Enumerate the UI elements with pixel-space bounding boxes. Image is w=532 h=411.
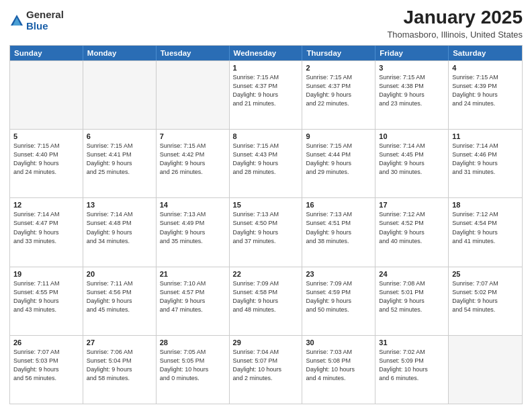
day-number: 8 bbox=[233, 132, 299, 140]
day-number: 18 bbox=[452, 201, 519, 209]
cal-cell: 29Sunrise: 7:04 AM Sunset: 5:07 PM Dayli… bbox=[230, 336, 303, 404]
cal-cell: 25Sunrise: 7:07 AM Sunset: 5:02 PM Dayli… bbox=[449, 267, 522, 335]
day-number: 1 bbox=[233, 64, 299, 72]
cal-cell: 9Sunrise: 7:15 AM Sunset: 4:44 PM Daylig… bbox=[302, 130, 375, 197]
calendar-body: 1Sunrise: 7:15 AM Sunset: 4:37 PM Daylig… bbox=[10, 60, 522, 404]
cal-cell: 27Sunrise: 7:06 AM Sunset: 5:04 PM Dayli… bbox=[83, 336, 157, 404]
cell-info: Sunrise: 7:04 AM Sunset: 5:07 PM Dayligh… bbox=[233, 348, 299, 383]
day-number: 22 bbox=[233, 270, 299, 278]
logo-general: General bbox=[26, 9, 64, 21]
logo-icon bbox=[9, 13, 24, 28]
day-number: 5 bbox=[13, 132, 79, 140]
day-number: 14 bbox=[160, 201, 226, 209]
cal-cell: 10Sunrise: 7:14 AM Sunset: 4:45 PM Dayli… bbox=[375, 130, 449, 197]
day-number: 30 bbox=[306, 338, 371, 347]
header-friday: Friday bbox=[375, 46, 449, 60]
cell-info: Sunrise: 7:11 AM Sunset: 4:55 PM Dayligh… bbox=[13, 279, 79, 314]
cal-cell: 19Sunrise: 7:11 AM Sunset: 4:55 PM Dayli… bbox=[10, 267, 83, 335]
cal-cell: 12Sunrise: 7:14 AM Sunset: 4:47 PM Dayli… bbox=[10, 198, 83, 266]
cell-info: Sunrise: 7:15 AM Sunset: 4:37 PM Dayligh… bbox=[233, 73, 299, 108]
cell-info: Sunrise: 7:11 AM Sunset: 4:56 PM Dayligh… bbox=[87, 279, 152, 314]
cell-info: Sunrise: 7:07 AM Sunset: 5:03 PM Dayligh… bbox=[13, 348, 79, 383]
logo: General Blue bbox=[9, 9, 64, 32]
cal-cell: 18Sunrise: 7:12 AM Sunset: 4:54 PM Dayli… bbox=[449, 198, 522, 266]
day-number: 3 bbox=[379, 64, 445, 72]
cell-info: Sunrise: 7:14 AM Sunset: 4:46 PM Dayligh… bbox=[452, 142, 519, 177]
subtitle: Thomasboro, Illinois, United States bbox=[387, 30, 523, 40]
cal-cell: 23Sunrise: 7:09 AM Sunset: 4:59 PM Dayli… bbox=[302, 267, 375, 335]
cal-cell: 11Sunrise: 7:14 AM Sunset: 4:46 PM Dayli… bbox=[449, 130, 522, 197]
day-number: 19 bbox=[13, 270, 79, 278]
cal-cell: 4Sunrise: 7:15 AM Sunset: 4:39 PM Daylig… bbox=[449, 61, 522, 129]
cell-info: Sunrise: 7:12 AM Sunset: 4:52 PM Dayligh… bbox=[379, 210, 445, 245]
logo-text: General Blue bbox=[26, 9, 64, 32]
day-number: 2 bbox=[306, 64, 371, 72]
day-number: 4 bbox=[452, 64, 519, 72]
day-number: 10 bbox=[379, 132, 445, 140]
header-saturday: Saturday bbox=[449, 46, 522, 60]
cell-info: Sunrise: 7:15 AM Sunset: 4:38 PM Dayligh… bbox=[379, 73, 445, 108]
cell-info: Sunrise: 7:15 AM Sunset: 4:44 PM Dayligh… bbox=[306, 142, 371, 177]
day-number: 29 bbox=[233, 338, 299, 347]
cell-info: Sunrise: 7:15 AM Sunset: 4:41 PM Dayligh… bbox=[87, 142, 152, 177]
cell-info: Sunrise: 7:13 AM Sunset: 4:50 PM Dayligh… bbox=[233, 210, 299, 245]
day-number: 12 bbox=[13, 201, 79, 209]
cal-cell: 26Sunrise: 7:07 AM Sunset: 5:03 PM Dayli… bbox=[10, 336, 83, 404]
cell-info: Sunrise: 7:09 AM Sunset: 4:58 PM Dayligh… bbox=[233, 279, 299, 314]
day-number: 17 bbox=[379, 201, 445, 209]
cell-info: Sunrise: 7:15 AM Sunset: 4:39 PM Dayligh… bbox=[452, 73, 519, 108]
cell-info: Sunrise: 7:07 AM Sunset: 5:02 PM Dayligh… bbox=[452, 279, 519, 314]
day-number: 26 bbox=[13, 338, 79, 347]
cal-cell: 30Sunrise: 7:03 AM Sunset: 5:08 PM Dayli… bbox=[302, 336, 375, 404]
day-number: 15 bbox=[233, 201, 299, 209]
cal-cell: 7Sunrise: 7:15 AM Sunset: 4:42 PM Daylig… bbox=[157, 130, 230, 197]
title-block: January 2025 Thomasboro, Illinois, Unite… bbox=[387, 7, 523, 40]
cell-info: Sunrise: 7:14 AM Sunset: 4:48 PM Dayligh… bbox=[87, 210, 152, 245]
cal-cell: 21Sunrise: 7:10 AM Sunset: 4:57 PM Dayli… bbox=[157, 267, 230, 335]
cal-cell: 17Sunrise: 7:12 AM Sunset: 4:52 PM Dayli… bbox=[375, 198, 449, 266]
cell-info: Sunrise: 7:06 AM Sunset: 5:04 PM Dayligh… bbox=[87, 348, 152, 383]
cal-row-3: 19Sunrise: 7:11 AM Sunset: 4:55 PM Dayli… bbox=[10, 267, 522, 335]
page-container: General Blue January 2025 Thomasboro, Il… bbox=[0, 0, 532, 411]
cal-cell: 15Sunrise: 7:13 AM Sunset: 4:50 PM Dayli… bbox=[230, 198, 303, 266]
cal-cell: 28Sunrise: 7:05 AM Sunset: 5:05 PM Dayli… bbox=[157, 336, 230, 404]
day-number: 23 bbox=[306, 270, 371, 278]
day-number: 20 bbox=[87, 270, 152, 278]
cal-cell: 14Sunrise: 7:13 AM Sunset: 4:49 PM Dayli… bbox=[157, 198, 230, 266]
cell-info: Sunrise: 7:14 AM Sunset: 4:45 PM Dayligh… bbox=[379, 142, 445, 177]
cal-row-4: 26Sunrise: 7:07 AM Sunset: 5:03 PM Dayli… bbox=[10, 335, 522, 404]
day-number: 28 bbox=[160, 338, 226, 347]
cal-row-2: 12Sunrise: 7:14 AM Sunset: 4:47 PM Dayli… bbox=[10, 197, 522, 266]
cal-cell bbox=[449, 336, 522, 404]
cell-info: Sunrise: 7:08 AM Sunset: 5:01 PM Dayligh… bbox=[379, 279, 445, 314]
cal-row-0: 1Sunrise: 7:15 AM Sunset: 4:37 PM Daylig… bbox=[10, 60, 522, 129]
cell-info: Sunrise: 7:13 AM Sunset: 4:51 PM Dayligh… bbox=[306, 210, 371, 245]
day-number: 31 bbox=[379, 338, 445, 347]
cal-cell: 6Sunrise: 7:15 AM Sunset: 4:41 PM Daylig… bbox=[83, 130, 157, 197]
cell-info: Sunrise: 7:12 AM Sunset: 4:54 PM Dayligh… bbox=[452, 210, 519, 245]
cal-cell bbox=[10, 61, 83, 129]
header-sunday: Sunday bbox=[10, 46, 83, 60]
day-number: 24 bbox=[379, 270, 445, 278]
cal-cell: 22Sunrise: 7:09 AM Sunset: 4:58 PM Dayli… bbox=[230, 267, 303, 335]
header: General Blue January 2025 Thomasboro, Il… bbox=[9, 7, 523, 40]
cal-cell: 24Sunrise: 7:08 AM Sunset: 5:01 PM Dayli… bbox=[375, 267, 449, 335]
header-wednesday: Wednesday bbox=[230, 46, 303, 60]
cell-info: Sunrise: 7:15 AM Sunset: 4:40 PM Dayligh… bbox=[13, 142, 79, 177]
day-number: 21 bbox=[160, 270, 226, 278]
cal-cell: 8Sunrise: 7:15 AM Sunset: 4:43 PM Daylig… bbox=[230, 130, 303, 197]
cal-cell: 2Sunrise: 7:15 AM Sunset: 4:37 PM Daylig… bbox=[302, 61, 375, 129]
day-number: 25 bbox=[452, 270, 519, 278]
cal-cell: 31Sunrise: 7:02 AM Sunset: 5:09 PM Dayli… bbox=[375, 336, 449, 404]
cal-cell bbox=[83, 61, 157, 129]
cal-cell: 13Sunrise: 7:14 AM Sunset: 4:48 PM Dayli… bbox=[83, 198, 157, 266]
header-tuesday: Tuesday bbox=[157, 46, 230, 60]
cell-info: Sunrise: 7:02 AM Sunset: 5:09 PM Dayligh… bbox=[379, 348, 445, 383]
calendar-header: Sunday Monday Tuesday Wednesday Thursday… bbox=[10, 46, 522, 60]
cell-info: Sunrise: 7:13 AM Sunset: 4:49 PM Dayligh… bbox=[160, 210, 226, 245]
cell-info: Sunrise: 7:03 AM Sunset: 5:08 PM Dayligh… bbox=[306, 348, 371, 383]
day-number: 9 bbox=[306, 132, 371, 140]
cal-cell: 16Sunrise: 7:13 AM Sunset: 4:51 PM Dayli… bbox=[302, 198, 375, 266]
cell-info: Sunrise: 7:15 AM Sunset: 4:42 PM Dayligh… bbox=[160, 142, 226, 177]
cal-cell bbox=[157, 61, 230, 129]
